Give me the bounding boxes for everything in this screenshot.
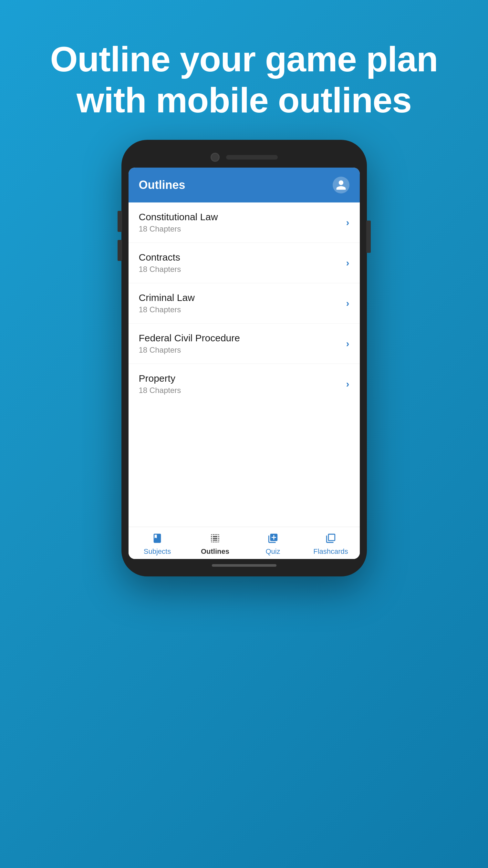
phone-frame: Outlines Constitutional Law 18 Chapters … xyxy=(121,140,367,577)
quiz-icon xyxy=(267,533,278,546)
subject-chapters: 18 Chapters xyxy=(139,224,346,234)
list-item[interactable]: Property 18 Chapters › xyxy=(128,364,360,404)
subjects-icon xyxy=(152,533,163,546)
empty-content-area xyxy=(128,404,360,527)
speaker xyxy=(226,155,278,159)
chevron-right-icon: › xyxy=(346,257,349,268)
nav-item-flashcards[interactable]: Flashcards xyxy=(302,533,360,556)
app-header: Outlines xyxy=(128,167,360,203)
quiz-nav-label: Quiz xyxy=(266,547,280,556)
subject-chapters: 18 Chapters xyxy=(139,386,346,395)
bottom-navigation: Subjects Outlines Quiz Flashcards xyxy=(128,527,360,559)
chevron-right-icon: › xyxy=(346,338,349,349)
app-screen: Outlines Constitutional Law 18 Chapters … xyxy=(128,167,360,559)
flashcards-nav-label: Flashcards xyxy=(313,547,348,556)
subject-chapters: 18 Chapters xyxy=(139,345,346,354)
subject-name: Criminal Law xyxy=(139,292,346,303)
flashcards-icon xyxy=(325,533,336,546)
home-indicator xyxy=(212,564,276,567)
volume-up-button xyxy=(118,211,122,232)
subject-name: Contracts xyxy=(139,252,346,263)
list-item[interactable]: Constitutional Law 18 Chapters › xyxy=(128,203,360,243)
subject-name: Property xyxy=(139,373,346,384)
user-avatar[interactable] xyxy=(333,177,349,193)
outlines-icon xyxy=(210,533,221,546)
list-item-text: Property 18 Chapters xyxy=(139,373,346,395)
chevron-right-icon: › xyxy=(346,217,349,228)
subject-name: Federal Civil Procedure xyxy=(139,333,346,344)
hero-title: Outline your game plan with mobile outli… xyxy=(26,39,462,120)
user-icon xyxy=(335,179,347,191)
phone-top-bar xyxy=(128,150,360,167)
subjects-nav-label: Subjects xyxy=(144,547,171,556)
list-item-text: Criminal Law 18 Chapters xyxy=(139,292,346,314)
nav-item-quiz[interactable]: Quiz xyxy=(244,533,302,556)
list-item[interactable]: Criminal Law 18 Chapters › xyxy=(128,283,360,323)
chevron-right-icon: › xyxy=(346,378,349,390)
subject-chapters: 18 Chapters xyxy=(139,265,346,274)
nav-item-subjects[interactable]: Subjects xyxy=(128,533,186,556)
power-button xyxy=(366,221,371,253)
subject-chapters: 18 Chapters xyxy=(139,305,346,314)
app-title: Outlines xyxy=(139,178,185,192)
volume-down-button xyxy=(118,240,122,261)
outlines-nav-label: Outlines xyxy=(201,547,229,556)
subjects-list: Constitutional Law 18 Chapters › Contrac… xyxy=(128,203,360,404)
list-item-text: Constitutional Law 18 Chapters xyxy=(139,212,346,234)
camera xyxy=(211,153,220,162)
hero-section: Outline your game plan with mobile outli… xyxy=(0,39,488,120)
nav-item-outlines[interactable]: Outlines xyxy=(186,533,244,556)
subject-name: Constitutional Law xyxy=(139,212,346,222)
list-item-text: Contracts 18 Chapters xyxy=(139,252,346,274)
list-item[interactable]: Federal Civil Procedure 18 Chapters › xyxy=(128,323,360,364)
chevron-right-icon: › xyxy=(346,298,349,309)
list-item[interactable]: Contracts 18 Chapters › xyxy=(128,243,360,283)
list-item-text: Federal Civil Procedure 18 Chapters xyxy=(139,333,346,354)
